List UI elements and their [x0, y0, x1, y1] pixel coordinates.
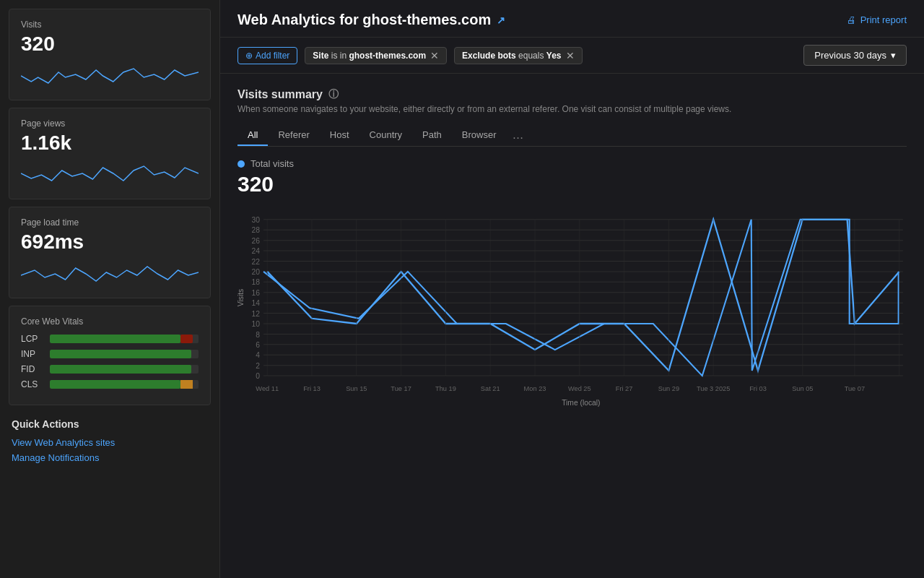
- loadtime-sparkline: [21, 259, 199, 287]
- loadtime-value: 692ms: [21, 230, 199, 254]
- svg-text:4: 4: [256, 351, 260, 359]
- svg-text:16: 16: [251, 289, 260, 297]
- tab-host[interactable]: Host: [320, 125, 359, 146]
- svg-text:Fri 13: Fri 13: [303, 385, 321, 392]
- visits-dot-icon: [237, 160, 245, 168]
- svg-text:Sun 29: Sun 29: [658, 385, 679, 392]
- svg-text:Fri 03: Fri 03: [749, 385, 767, 392]
- svg-text:Mon 23: Mon 23: [524, 385, 546, 392]
- view-analytics-link[interactable]: View Web Analytics sites: [12, 437, 208, 448]
- print-icon: 🖨: [847, 14, 856, 25]
- svg-text:Tue 07: Tue 07: [845, 385, 865, 392]
- chart-line: [263, 220, 899, 376]
- loadtime-card: Page load time 692ms: [9, 207, 211, 298]
- vital-cls-fill: [50, 380, 180, 389]
- svg-text:30: 30: [251, 216, 260, 224]
- date-range-button[interactable]: Previous 30 days ▾: [803, 45, 907, 66]
- tab-path[interactable]: Path: [412, 125, 452, 146]
- quick-actions: Quick Actions View Web Analytics sites M…: [9, 413, 211, 569]
- vital-inp-name: INP: [21, 349, 44, 359]
- main-header: Web Analytics for ghost-themes.com ↗ 🖨 P…: [220, 0, 924, 38]
- tab-all[interactable]: All: [237, 125, 268, 146]
- vital-fid: FID: [21, 364, 199, 374]
- total-visits-value: 320: [237, 172, 907, 197]
- visits-label: Visits: [21, 20, 199, 30]
- svg-text:Thu 19: Thu 19: [435, 385, 456, 392]
- manage-notifications-link[interactable]: Manage Notifications: [12, 452, 208, 463]
- vital-cls-extra: [180, 380, 192, 389]
- filter-site-close[interactable]: ✕: [430, 51, 439, 61]
- chart-grid: 30 28 26 24 22 20 18 16 14 12 10 8 6 4 2…: [251, 216, 902, 380]
- vital-inp-bar: [50, 350, 199, 358]
- tabs-more-button[interactable]: …: [507, 124, 530, 146]
- tab-referer[interactable]: Referer: [268, 125, 319, 146]
- svg-text:20: 20: [251, 268, 260, 276]
- tab-browser[interactable]: Browser: [452, 125, 507, 146]
- vital-cls: CLS: [21, 379, 199, 389]
- filter-bar: ⊕ Add filter Site is in ghost-themes.com…: [220, 38, 924, 74]
- svg-text:28: 28: [251, 226, 260, 234]
- vital-fid-fill: [50, 365, 191, 374]
- vital-inp: INP: [21, 349, 199, 359]
- visits-tabs: All Referer Host Country Path Browser …: [237, 124, 907, 147]
- main-title-container: Web Analytics for ghost-themes.com ↗: [237, 12, 505, 28]
- svg-text:10: 10: [251, 320, 260, 328]
- vital-lcp-name: LCP: [21, 334, 44, 344]
- vitals-card: Core Web Vitals LCP INP FID CLS: [9, 306, 211, 405]
- vital-lcp-bar: [50, 335, 199, 343]
- svg-text:Fri 27: Fri 27: [616, 385, 633, 392]
- print-report-button[interactable]: 🖨 Print report: [847, 14, 907, 25]
- svg-text:Sat 21: Sat 21: [481, 385, 500, 392]
- svg-text:14: 14: [251, 299, 260, 307]
- section-title: Visits summary: [237, 88, 323, 101]
- visits-card: Visits 320: [9, 9, 211, 100]
- svg-text:Wed 25: Wed 25: [568, 385, 591, 392]
- visits-value: 320: [21, 33, 199, 56]
- chevron-down-icon: ▾: [891, 50, 896, 61]
- vital-lcp-extra: [180, 335, 192, 343]
- loadtime-label: Page load time: [21, 217, 199, 228]
- svg-text:26: 26: [251, 237, 260, 245]
- vitals-label: Core Web Vitals: [21, 316, 199, 327]
- vital-fid-bar: [50, 365, 199, 374]
- vital-cls-name: CLS: [21, 379, 44, 389]
- section-title-container: Visits summary ⓘ: [237, 88, 907, 101]
- svg-text:Time (local): Time (local): [562, 399, 600, 407]
- pageviews-value: 1.16k: [21, 131, 199, 155]
- tab-country[interactable]: Country: [359, 125, 413, 146]
- svg-text:6: 6: [256, 341, 260, 349]
- svg-text:Sun 15: Sun 15: [346, 385, 367, 392]
- visits-sparkline: [21, 61, 199, 89]
- pageviews-label: Page views: [21, 118, 199, 129]
- add-filter-button[interactable]: ⊕ Add filter: [237, 47, 297, 64]
- sidebar: Visits 320 Page views 1.16k Page load ti…: [0, 0, 220, 578]
- svg-text:Visits: Visits: [237, 289, 245, 306]
- svg-text:Wed 11: Wed 11: [256, 385, 279, 392]
- pageviews-card: Page views 1.16k: [9, 108, 211, 199]
- chart-line-main: [267, 220, 899, 371]
- external-link-icon[interactable]: ↗: [497, 14, 505, 26]
- total-visits-label: Total visits: [250, 158, 294, 169]
- filter-bots-key: Exclude bots equals Yes: [462, 51, 561, 61]
- visits-chart: 30 28 26 24 22 20 18 16 14 12 10 8 6 4 2…: [237, 208, 907, 439]
- vital-cls-bar: [50, 380, 199, 389]
- vital-inp-fill: [50, 350, 191, 358]
- svg-text:Tue 17: Tue 17: [391, 385, 411, 392]
- svg-text:8: 8: [256, 331, 260, 339]
- vital-lcp-fill: [50, 335, 180, 343]
- svg-text:24: 24: [251, 247, 260, 255]
- page-title: Web Analytics for ghost-themes.com: [237, 12, 491, 28]
- visits-chart-container: 30 28 26 24 22 20 18 16 14 12 10 8 6 4 2…: [237, 208, 907, 441]
- main-content: Web Analytics for ghost-themes.com ↗ 🖨 P…: [220, 0, 924, 578]
- vital-lcp: LCP: [21, 334, 199, 344]
- svg-text:Tue 3 2025: Tue 3 2025: [697, 385, 730, 392]
- svg-text:18: 18: [251, 278, 260, 286]
- info-icon: ⓘ: [328, 88, 339, 101]
- svg-text:22: 22: [251, 258, 260, 266]
- quick-actions-title: Quick Actions: [12, 418, 208, 430]
- svg-text:0: 0: [256, 372, 260, 380]
- filter-bots-close[interactable]: ✕: [566, 51, 575, 61]
- plus-icon: ⊕: [245, 51, 253, 61]
- analytics-content: Visits summary ⓘ When someone navigates …: [220, 74, 924, 578]
- vital-fid-name: FID: [21, 364, 44, 374]
